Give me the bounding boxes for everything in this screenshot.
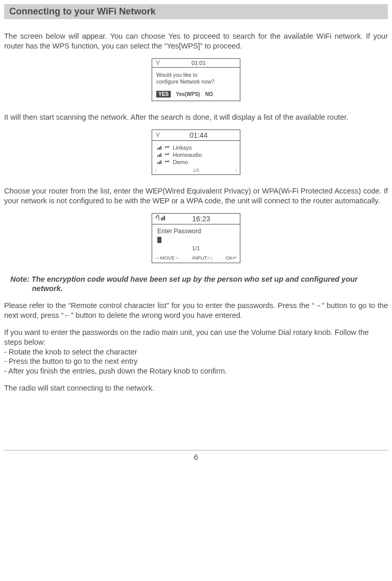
text-cursor[interactable] (157, 237, 161, 243)
svg-rect-11 (161, 218, 162, 220)
option-no[interactable]: NO (205, 91, 213, 97)
pager-text: 1/6 (193, 168, 200, 173)
clock-time: 16:23 (166, 215, 237, 223)
bullet-item: - After you finish the entries, push dow… (4, 366, 388, 376)
router-name: Homeaudio (173, 152, 202, 158)
wifi-signal-icon (155, 215, 166, 222)
paragraph-2: It will then start scanning the network.… (4, 112, 388, 122)
bullet-item: - Rotate the knob to select the characte… (4, 347, 388, 357)
lcd-screen-config-prompt: 01:01 Would you like to configure Networ… (152, 58, 240, 101)
antenna-icon (155, 132, 160, 138)
password-label: Enter Password (157, 228, 235, 235)
instructions-intro: If you want to enter the passwords on th… (4, 328, 388, 347)
antenna-icon (155, 60, 160, 66)
svg-rect-12 (162, 217, 164, 220)
lcd-screen-password: 16:23 Enter Password 1/1 ←MOVE→ INPUT:↑↓… (152, 213, 240, 263)
option-yes[interactable]: YES (156, 91, 171, 98)
paragraph-4: Please refer to the “Remote control char… (4, 301, 388, 320)
signal-icon (157, 146, 161, 150)
svg-point-7 (165, 161, 166, 162)
svg-point-4 (165, 154, 166, 155)
router-row[interactable]: Homeaudio (156, 151, 236, 158)
lcd-screen-router-list: 01:44 Linksys Homeaudio Demo (152, 130, 240, 175)
section-header: Connecting to your WiFi Network (4, 4, 388, 19)
hint-ok: OK↵ (225, 255, 237, 261)
instructions-block: If you want to enter the passwords on th… (4, 328, 388, 376)
option-yes-wps[interactable]: Yes(WPS) (176, 91, 200, 97)
router-name: Demo (173, 159, 188, 165)
hint-input: INPUT:↑↓ (192, 255, 213, 261)
signal-icon (157, 153, 161, 157)
paragraph-3: Choose your router from the list, enter … (4, 186, 388, 206)
router-row[interactable]: Linksys (156, 144, 236, 151)
hint-move: ←MOVE→ (155, 255, 179, 261)
char-count: 1/1 (157, 245, 235, 251)
lock-icon (165, 145, 170, 150)
chevron-right-icon[interactable]: › (235, 168, 237, 173)
prompt-text: Would you like to configure Network now? (152, 68, 240, 89)
router-row[interactable]: Demo (156, 158, 236, 166)
signal-icon (157, 160, 161, 164)
svg-point-1 (165, 147, 166, 148)
paragraph-1: The screen below will appear. You can ch… (4, 31, 388, 51)
clock-time: 01:01 (160, 60, 237, 66)
lock-icon (165, 152, 170, 157)
paragraph-6: The radio will start connecting to the n… (4, 383, 388, 393)
chevron-left-icon[interactable]: ‹ (155, 168, 157, 173)
page-number: 6 (0, 453, 392, 465)
lock-icon (165, 159, 170, 165)
footer-rule (4, 450, 388, 450)
clock-time: 01:44 (160, 131, 237, 139)
router-name: Linksys (173, 144, 192, 151)
note-text: Note: The encryption code would have bee… (10, 275, 388, 294)
bullet-item: - Press the button to go to the next ent… (4, 357, 388, 366)
svg-rect-13 (164, 216, 165, 220)
